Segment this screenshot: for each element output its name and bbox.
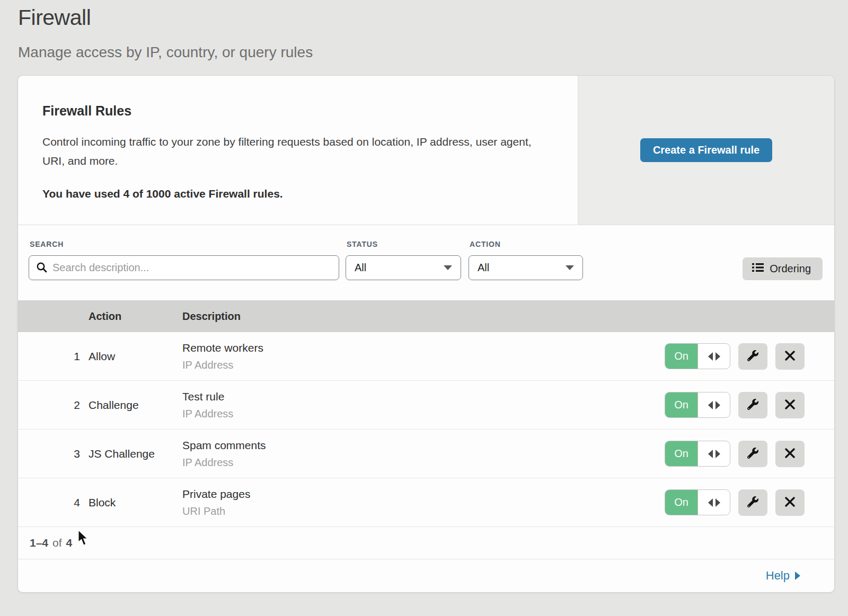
help-link[interactable]: Help	[766, 569, 800, 583]
ordering-button[interactable]: Ordering	[743, 257, 823, 280]
edit-rule-button[interactable]	[738, 392, 767, 418]
rule-description: Remote workers	[182, 342, 665, 354]
action-label: ACTION	[470, 240, 583, 248]
pagination-summary: 1–4 of 4	[18, 527, 834, 559]
card-usage-text: You have used 4 of 1000 active Firewall …	[42, 188, 546, 200]
edit-rule-button[interactable]	[738, 343, 767, 370]
toggle-arrows-icon	[698, 490, 730, 515]
firewall-panel: Firewall Rules Control incoming traffic …	[18, 76, 834, 592]
rule-enabled-toggle[interactable]: On	[665, 392, 730, 418]
toggle-on-label: On	[665, 392, 698, 417]
firewall-rules-card: Firewall Rules Control incoming traffic …	[18, 76, 834, 225]
wrench-icon	[747, 448, 758, 460]
table-header: Action Description	[18, 300, 834, 332]
row-controls: On	[665, 343, 805, 370]
close-icon	[785, 497, 795, 508]
rule-priority: 2	[18, 399, 89, 412]
rule-description: Spam comments	[182, 439, 665, 452]
help-row: Help	[18, 559, 834, 592]
status-filter-group: STATUS All	[339, 240, 461, 280]
chevron-down-icon	[444, 265, 452, 270]
count-range: 1–4	[30, 537, 48, 549]
close-icon	[785, 399, 795, 411]
edit-rule-button[interactable]	[738, 489, 767, 516]
count-of: of	[52, 537, 62, 549]
search-label: SEARCH	[30, 240, 339, 248]
firewall-rules-card-text: Firewall Rules Control incoming traffic …	[18, 76, 578, 225]
rule-enabled-toggle[interactable]: On	[665, 441, 730, 467]
delete-rule-button[interactable]	[775, 489, 805, 516]
column-description: Description	[182, 310, 834, 323]
rule-action: Block	[89, 496, 182, 509]
page-header: Firewall Manage access by IP, country, o…	[0, 0, 848, 61]
wrench-icon	[747, 350, 758, 363]
toggle-arrows-icon	[698, 344, 730, 369]
rule-match-type: IP Address	[182, 408, 665, 420]
table-row: 3 JS Challenge Spam comments IP Address …	[18, 430, 834, 478]
rule-priority: 3	[18, 448, 89, 460]
rule-action: Allow	[89, 350, 182, 363]
status-label: STATUS	[347, 240, 461, 248]
close-icon	[785, 351, 795, 362]
wrench-icon	[747, 399, 758, 412]
rule-enabled-toggle[interactable]: On	[665, 343, 730, 369]
count-total: 4	[66, 537, 73, 549]
row-controls: On	[665, 489, 805, 516]
column-action: Action	[89, 310, 182, 323]
rule-description-cell: Remote workers IP Address	[182, 342, 665, 371]
search-filter-group: SEARCH	[29, 240, 339, 280]
rule-action: Challenge	[89, 399, 182, 412]
toggle-arrows-icon	[698, 392, 730, 417]
close-icon	[785, 448, 795, 460]
page-subtitle: Manage access by IP, country, or query r…	[18, 44, 848, 61]
create-firewall-rule-button[interactable]: Create a Firewall rule	[640, 138, 772, 162]
rule-match-type: URI Path	[182, 505, 665, 517]
row-controls: On	[665, 441, 805, 467]
rule-description-cell: Private pages URI Path	[182, 488, 665, 517]
card-heading: Firewall Rules	[42, 103, 546, 119]
ordering-list-icon	[752, 263, 764, 275]
toggle-arrows-icon	[698, 441, 730, 466]
table-row: 1 Allow Remote workers IP Address On	[18, 332, 834, 381]
table-row: 2 Challenge Test rule IP Address On	[18, 381, 834, 430]
action-filter-group: ACTION All	[461, 240, 583, 280]
table-row: 4 Block Private pages URI Path On	[18, 478, 834, 527]
action-select-value: All	[478, 262, 489, 274]
status-select[interactable]: All	[346, 255, 461, 280]
rule-description-cell: Test rule IP Address	[182, 390, 665, 420]
delete-rule-button[interactable]	[775, 441, 805, 467]
toggle-on-label: On	[665, 490, 698, 515]
page-title: Firewall	[18, 5, 848, 30]
help-link-label: Help	[766, 569, 790, 583]
rule-description: Private pages	[182, 488, 665, 501]
wrench-icon	[747, 496, 758, 509]
search-input[interactable]	[29, 255, 339, 280]
rule-description-cell: Spam comments IP Address	[182, 439, 665, 469]
rule-description: Test rule	[182, 390, 665, 403]
row-controls: On	[665, 392, 805, 418]
delete-rule-button[interactable]	[775, 343, 805, 370]
search-icon	[36, 262, 48, 275]
ordering-button-label: Ordering	[770, 263, 811, 275]
rule-priority: 1	[18, 350, 89, 363]
toggle-on-label: On	[665, 344, 698, 369]
rule-priority: 4	[18, 496, 89, 509]
delete-rule-button[interactable]	[775, 392, 805, 418]
chevron-right-icon	[795, 572, 800, 580]
search-wrap	[29, 255, 339, 280]
rule-action: JS Challenge	[89, 448, 182, 460]
rule-enabled-toggle[interactable]: On	[665, 489, 730, 515]
rule-match-type: IP Address	[182, 457, 665, 469]
create-rule-promo-area: Create a Firewall rule	[578, 76, 834, 225]
action-select[interactable]: All	[469, 255, 583, 280]
edit-rule-button[interactable]	[738, 441, 767, 467]
status-select-value: All	[355, 262, 366, 274]
filter-bar: SEARCH STATUS All ACTION All	[18, 225, 834, 300]
toggle-on-label: On	[665, 441, 698, 466]
chevron-down-icon	[566, 265, 574, 270]
card-description: Control incoming traffic to your zone by…	[42, 132, 546, 171]
rule-match-type: IP Address	[182, 359, 665, 371]
